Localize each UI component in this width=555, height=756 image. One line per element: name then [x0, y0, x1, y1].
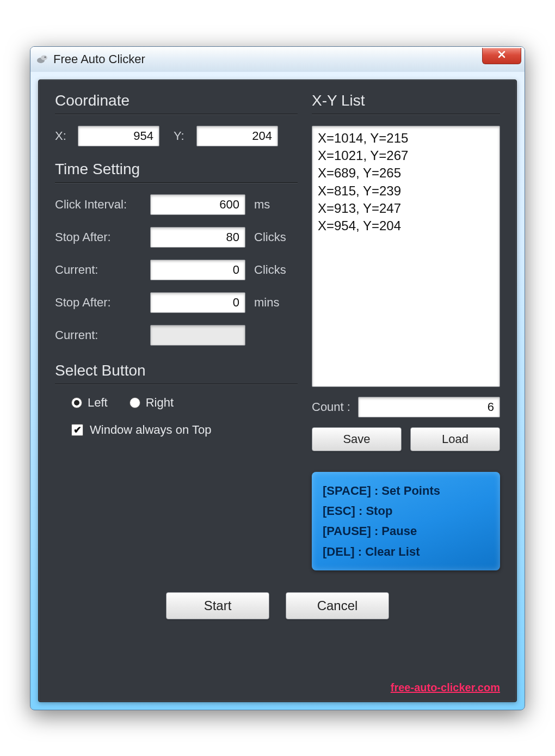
xy-list-title: X-Y List [312, 92, 500, 109]
cancel-button[interactable]: Cancel [286, 592, 389, 619]
start-button[interactable]: Start [166, 592, 269, 619]
checkbox-icon: ✔ [71, 424, 83, 436]
list-item[interactable]: X=1021, Y=267 [318, 147, 494, 164]
radio-right[interactable]: Right [130, 396, 174, 410]
footer-link[interactable]: free-auto-clicker.com [391, 681, 500, 694]
time-setting-title: Time Setting [55, 161, 298, 178]
always-on-top-checkbox[interactable]: ✔ Window always on Top [71, 423, 298, 437]
xy-listbox[interactable]: X=1014, Y=215X=1021, Y=267X=689, Y=265X=… [312, 126, 500, 387]
main-panel: Coordinate X: Y: Time Setting Click Inte… [38, 79, 517, 702]
stop-after-clicks-input[interactable] [150, 227, 245, 248]
y-input[interactable] [196, 126, 278, 146]
radio-left-label: Left [88, 396, 108, 410]
hint-pause: [PAUSE] : Pause [323, 521, 489, 541]
stop-after-mins-input[interactable] [150, 292, 245, 313]
radio-left[interactable]: Left [71, 396, 108, 410]
stop-after-mins-label: Stop After: [55, 296, 150, 310]
app-icon [36, 53, 49, 66]
current-clicks-label: Current: [55, 263, 150, 277]
list-item[interactable]: X=1014, Y=215 [318, 130, 494, 147]
click-interval-input[interactable] [150, 194, 245, 215]
save-button[interactable]: Save [312, 427, 402, 451]
load-button[interactable]: Load [410, 427, 500, 451]
stop-after-clicks-label: Stop After: [55, 230, 150, 244]
y-label: Y: [174, 129, 190, 143]
window-title: Free Auto Clicker [53, 52, 145, 66]
divider [55, 384, 298, 385]
hint-space: [SPACE] : Set Points [323, 481, 489, 501]
stop-after-clicks-unit: Clicks [254, 230, 298, 244]
hotkey-hint-box: [SPACE] : Set Points [ESC] : Stop [PAUSE… [312, 472, 500, 571]
radio-right-label: Right [146, 396, 174, 410]
list-item[interactable]: X=689, Y=265 [318, 164, 494, 182]
close-icon [496, 49, 507, 62]
count-input[interactable] [358, 397, 500, 417]
current-clicks-input[interactable] [150, 260, 245, 280]
divider [55, 114, 298, 115]
radio-dot-icon [71, 397, 82, 408]
divider [312, 114, 500, 115]
hint-del: [DEL] : Clear List [323, 542, 489, 562]
list-item[interactable]: X=815, Y=239 [318, 182, 494, 200]
list-item[interactable]: X=913, Y=247 [318, 200, 494, 217]
count-label: Count : [312, 400, 350, 414]
svg-point-1 [41, 55, 47, 60]
x-input[interactable] [78, 126, 159, 146]
coordinate-title: Coordinate [55, 92, 298, 109]
click-interval-label: Click Interval: [55, 198, 150, 212]
select-button-title: Select Button [55, 362, 298, 379]
divider [55, 182, 298, 183]
titlebar[interactable]: Free Auto Clicker [30, 47, 525, 72]
radio-dot-icon [130, 397, 140, 408]
list-item[interactable]: X=954, Y=204 [318, 217, 494, 235]
x-label: X: [55, 129, 71, 143]
app-window: Free Auto Clicker Coordinate X: Y: Time … [30, 46, 525, 710]
current-time-input [150, 325, 245, 346]
click-interval-unit: ms [254, 198, 298, 212]
hint-esc: [ESC] : Stop [323, 501, 489, 521]
current-clicks-unit: Clicks [254, 263, 298, 277]
svg-point-2 [44, 56, 46, 58]
always-on-top-label: Window always on Top [90, 423, 211, 437]
stop-after-mins-unit: mins [254, 296, 298, 310]
current-time-label: Current: [55, 328, 150, 342]
close-button[interactable] [482, 48, 521, 64]
